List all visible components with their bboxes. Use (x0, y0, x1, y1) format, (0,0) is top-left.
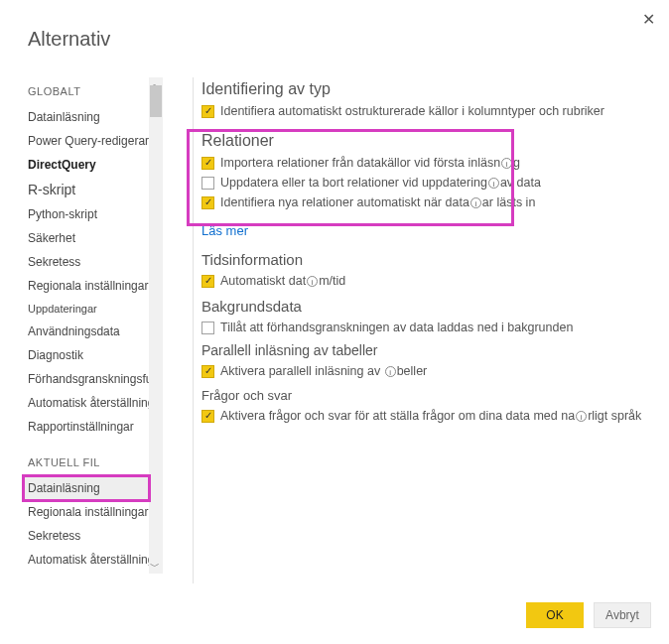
sidebar-item-preview-features[interactable]: Förhandsgranskningsfunktioner (22, 367, 151, 391)
checkbox-enable-qna[interactable] (201, 410, 214, 423)
sidebar-item-r-script[interactable]: R-skript (22, 177, 151, 202)
info-icon[interactable]: i (501, 158, 512, 169)
row-auto-datetime[interactable]: Automatiskt datim/tid (201, 274, 655, 288)
checkbox-import-relations[interactable] (201, 157, 214, 170)
dialog-buttons: OK Avbryt (526, 602, 651, 628)
label-new-relations: Identifiera nya relationer automatiskt n… (220, 195, 535, 209)
info-icon[interactable]: i (307, 276, 318, 287)
link-learn-more[interactable]: Läs mer (201, 223, 248, 238)
checkbox-auto-datetime[interactable] (201, 275, 214, 288)
sidebar-item-security[interactable]: Säkerhet (22, 226, 151, 250)
sidebar-item-privacy-current[interactable]: Sekretess (22, 524, 151, 548)
label-update-relations: Uppdatera eller ta bort relationer vid u… (220, 176, 541, 190)
row-update-relations[interactable]: Uppdatera eller ta bort relationer vid u… (201, 176, 655, 190)
main-content: Identifiering av typ Identifiera automat… (193, 77, 655, 583)
sidebar-item-python-script[interactable]: Python-skript (22, 202, 151, 226)
info-icon[interactable]: i (576, 411, 587, 422)
sidebar: ︿ ﹀ GLOBALT Datainläsning Power Query-re… (22, 77, 163, 574)
row-parallel-load[interactable]: Aktivera parallell inläsning av ibeller (201, 364, 655, 378)
sidebar-section-global: GLOBALT (28, 85, 145, 97)
sidebar-item-usage-data[interactable]: Användningsdata (22, 320, 151, 343)
cancel-button[interactable]: Avbryt (594, 602, 651, 628)
sidebar-item-updates[interactable]: Uppdateringar (22, 298, 151, 320)
scrollbar-thumb[interactable] (150, 85, 162, 117)
info-icon[interactable]: i (488, 178, 499, 189)
sidebar-item-regional-global[interactable]: Regionala inställningar (22, 274, 151, 298)
checkbox-background-download[interactable] (201, 322, 214, 334)
row-background-download[interactable]: Tillåt att förhandsgranskningen av data … (201, 321, 655, 334)
section-time: Tidsinformation (201, 251, 655, 268)
label-auto-datetime: Automatiskt datim/tid (220, 274, 345, 288)
info-icon[interactable]: i (470, 197, 481, 208)
label-enable-qna: Aktivera frågor och svar för att ställa … (220, 409, 641, 423)
info-icon[interactable]: i (385, 366, 396, 377)
section-background: Bakgrundsdata (201, 298, 655, 315)
row-new-relations[interactable]: Identifiera nya relationer automatiskt n… (201, 195, 655, 209)
chevron-down-icon[interactable]: ﹀ (149, 560, 161, 574)
dialog-title: Alternativ (28, 28, 110, 51)
scrollbar-track[interactable]: ︿ ﹀ (149, 77, 163, 574)
sidebar-item-report-settings[interactable]: Rapportinställningar (22, 415, 151, 439)
close-icon[interactable]: ✕ (642, 10, 655, 29)
sidebar-item-privacy-global[interactable]: Sekretess (22, 250, 151, 274)
label-import-relations: Importera relationer från datakällor vid… (220, 156, 520, 170)
sidebar-item-diagnostics[interactable]: Diagnostik (22, 343, 151, 367)
label-detect-types: Identifiera automatiskt ostrukturerade k… (220, 104, 604, 118)
checkbox-parallel-load[interactable] (201, 365, 214, 378)
sidebar-item-data-load-current[interactable]: Datainläsning (22, 476, 151, 500)
sidebar-item-directquery[interactable]: DirectQuery (22, 153, 151, 177)
row-enable-qna[interactable]: Aktivera frågor och svar för att ställa … (201, 409, 655, 423)
sidebar-item-auto-recovery-current[interactable]: Automatisk återställning (22, 548, 151, 572)
section-parallel: Parallell inläsning av tabeller (201, 342, 655, 358)
row-import-relations[interactable]: Importera relationer från datakällor vid… (201, 156, 655, 170)
section-relations: Relationer (201, 132, 655, 150)
checkbox-new-relations[interactable] (201, 196, 214, 209)
row-detect-types[interactable]: Identifiera automatiskt ostrukturerade k… (201, 104, 655, 118)
section-type-detection: Identifiering av typ (201, 80, 655, 98)
sidebar-section-current: AKTUELL FIL (28, 456, 145, 468)
sidebar-item-pq-editor[interactable]: Power Query-redigeraren (22, 129, 151, 153)
section-qna: Frågor och svar (201, 388, 655, 403)
sidebar-item-regional-current[interactable]: Regionala inställningar (22, 500, 151, 524)
label-parallel-load: Aktivera parallell inläsning av ibeller (220, 364, 427, 378)
checkbox-update-relations[interactable] (201, 177, 214, 190)
ok-button[interactable]: OK (526, 602, 584, 628)
label-background-download: Tillåt att förhandsgranskningen av data … (220, 321, 573, 334)
sidebar-item-auto-recovery-global[interactable]: Automatisk återställning (22, 391, 151, 415)
checkbox-detect-types[interactable] (201, 105, 214, 118)
sidebar-item-data-load-global[interactable]: Datainläsning (22, 105, 151, 129)
